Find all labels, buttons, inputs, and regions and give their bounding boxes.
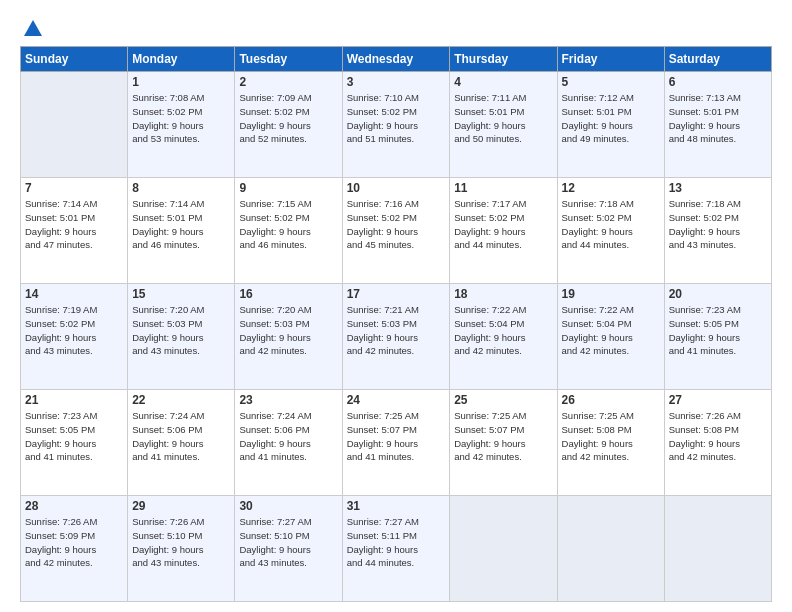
calendar-cell — [664, 496, 771, 602]
day-number: 1 — [132, 75, 230, 89]
calendar-cell: 9Sunrise: 7:15 AMSunset: 5:02 PMDaylight… — [235, 178, 342, 284]
calendar-cell: 7Sunrise: 7:14 AMSunset: 5:01 PMDaylight… — [21, 178, 128, 284]
calendar-table: SundayMondayTuesdayWednesdayThursdayFrid… — [20, 46, 772, 602]
day-number: 16 — [239, 287, 337, 301]
calendar-cell: 15Sunrise: 7:20 AMSunset: 5:03 PMDayligh… — [128, 284, 235, 390]
calendar-cell: 16Sunrise: 7:20 AMSunset: 5:03 PMDayligh… — [235, 284, 342, 390]
calendar-cell: 13Sunrise: 7:18 AMSunset: 5:02 PMDayligh… — [664, 178, 771, 284]
day-number: 18 — [454, 287, 552, 301]
day-info: Sunrise: 7:27 AMSunset: 5:11 PMDaylight:… — [347, 515, 446, 570]
day-info: Sunrise: 7:26 AMSunset: 5:10 PMDaylight:… — [132, 515, 230, 570]
day-info: Sunrise: 7:23 AMSunset: 5:05 PMDaylight:… — [669, 303, 767, 358]
calendar-cell: 3Sunrise: 7:10 AMSunset: 5:02 PMDaylight… — [342, 72, 450, 178]
calendar-cell: 29Sunrise: 7:26 AMSunset: 5:10 PMDayligh… — [128, 496, 235, 602]
day-info: Sunrise: 7:20 AMSunset: 5:03 PMDaylight:… — [132, 303, 230, 358]
page: SundayMondayTuesdayWednesdayThursdayFrid… — [0, 0, 792, 612]
day-number: 6 — [669, 75, 767, 89]
day-number: 20 — [669, 287, 767, 301]
weekday-header: Tuesday — [235, 47, 342, 72]
day-info: Sunrise: 7:13 AMSunset: 5:01 PMDaylight:… — [669, 91, 767, 146]
day-number: 15 — [132, 287, 230, 301]
day-number: 2 — [239, 75, 337, 89]
day-info: Sunrise: 7:14 AMSunset: 5:01 PMDaylight:… — [132, 197, 230, 252]
day-info: Sunrise: 7:22 AMSunset: 5:04 PMDaylight:… — [454, 303, 552, 358]
calendar-cell: 25Sunrise: 7:25 AMSunset: 5:07 PMDayligh… — [450, 390, 557, 496]
day-number: 22 — [132, 393, 230, 407]
calendar-cell — [450, 496, 557, 602]
day-number: 8 — [132, 181, 230, 195]
calendar-week-row: 14Sunrise: 7:19 AMSunset: 5:02 PMDayligh… — [21, 284, 772, 390]
day-info: Sunrise: 7:27 AMSunset: 5:10 PMDaylight:… — [239, 515, 337, 570]
calendar-cell: 22Sunrise: 7:24 AMSunset: 5:06 PMDayligh… — [128, 390, 235, 496]
day-number: 12 — [562, 181, 660, 195]
day-number: 11 — [454, 181, 552, 195]
day-number: 21 — [25, 393, 123, 407]
day-number: 23 — [239, 393, 337, 407]
day-number: 4 — [454, 75, 552, 89]
day-info: Sunrise: 7:12 AMSunset: 5:01 PMDaylight:… — [562, 91, 660, 146]
day-info: Sunrise: 7:09 AMSunset: 5:02 PMDaylight:… — [239, 91, 337, 146]
calendar-cell: 27Sunrise: 7:26 AMSunset: 5:08 PMDayligh… — [664, 390, 771, 496]
day-info: Sunrise: 7:18 AMSunset: 5:02 PMDaylight:… — [669, 197, 767, 252]
day-number: 30 — [239, 499, 337, 513]
day-number: 10 — [347, 181, 446, 195]
svg-marker-0 — [24, 20, 42, 36]
weekday-header: Monday — [128, 47, 235, 72]
day-info: Sunrise: 7:22 AMSunset: 5:04 PMDaylight:… — [562, 303, 660, 358]
day-number: 3 — [347, 75, 446, 89]
day-info: Sunrise: 7:16 AMSunset: 5:02 PMDaylight:… — [347, 197, 446, 252]
day-info: Sunrise: 7:19 AMSunset: 5:02 PMDaylight:… — [25, 303, 123, 358]
day-info: Sunrise: 7:20 AMSunset: 5:03 PMDaylight:… — [239, 303, 337, 358]
header — [20, 18, 772, 36]
weekday-header: Sunday — [21, 47, 128, 72]
calendar-cell: 24Sunrise: 7:25 AMSunset: 5:07 PMDayligh… — [342, 390, 450, 496]
day-number: 14 — [25, 287, 123, 301]
day-number: 29 — [132, 499, 230, 513]
calendar-cell — [557, 496, 664, 602]
day-info: Sunrise: 7:25 AMSunset: 5:08 PMDaylight:… — [562, 409, 660, 464]
calendar-cell: 30Sunrise: 7:27 AMSunset: 5:10 PMDayligh… — [235, 496, 342, 602]
day-info: Sunrise: 7:26 AMSunset: 5:09 PMDaylight:… — [25, 515, 123, 570]
day-info: Sunrise: 7:24 AMSunset: 5:06 PMDaylight:… — [132, 409, 230, 464]
day-info: Sunrise: 7:17 AMSunset: 5:02 PMDaylight:… — [454, 197, 552, 252]
logo — [20, 18, 44, 36]
day-info: Sunrise: 7:15 AMSunset: 5:02 PMDaylight:… — [239, 197, 337, 252]
calendar-cell: 4Sunrise: 7:11 AMSunset: 5:01 PMDaylight… — [450, 72, 557, 178]
calendar-header-row: SundayMondayTuesdayWednesdayThursdayFrid… — [21, 47, 772, 72]
day-info: Sunrise: 7:14 AMSunset: 5:01 PMDaylight:… — [25, 197, 123, 252]
calendar-week-row: 28Sunrise: 7:26 AMSunset: 5:09 PMDayligh… — [21, 496, 772, 602]
calendar-cell: 5Sunrise: 7:12 AMSunset: 5:01 PMDaylight… — [557, 72, 664, 178]
day-info: Sunrise: 7:23 AMSunset: 5:05 PMDaylight:… — [25, 409, 123, 464]
calendar-cell: 11Sunrise: 7:17 AMSunset: 5:02 PMDayligh… — [450, 178, 557, 284]
day-info: Sunrise: 7:10 AMSunset: 5:02 PMDaylight:… — [347, 91, 446, 146]
calendar-cell: 28Sunrise: 7:26 AMSunset: 5:09 PMDayligh… — [21, 496, 128, 602]
calendar-week-row: 21Sunrise: 7:23 AMSunset: 5:05 PMDayligh… — [21, 390, 772, 496]
weekday-header: Saturday — [664, 47, 771, 72]
weekday-header: Wednesday — [342, 47, 450, 72]
weekday-header: Friday — [557, 47, 664, 72]
day-number: 26 — [562, 393, 660, 407]
day-number: 5 — [562, 75, 660, 89]
calendar-cell: 1Sunrise: 7:08 AMSunset: 5:02 PMDaylight… — [128, 72, 235, 178]
day-number: 25 — [454, 393, 552, 407]
day-info: Sunrise: 7:21 AMSunset: 5:03 PMDaylight:… — [347, 303, 446, 358]
calendar-cell: 31Sunrise: 7:27 AMSunset: 5:11 PMDayligh… — [342, 496, 450, 602]
calendar-cell: 12Sunrise: 7:18 AMSunset: 5:02 PMDayligh… — [557, 178, 664, 284]
calendar-cell: 10Sunrise: 7:16 AMSunset: 5:02 PMDayligh… — [342, 178, 450, 284]
weekday-header: Thursday — [450, 47, 557, 72]
calendar-cell: 21Sunrise: 7:23 AMSunset: 5:05 PMDayligh… — [21, 390, 128, 496]
calendar-cell: 26Sunrise: 7:25 AMSunset: 5:08 PMDayligh… — [557, 390, 664, 496]
calendar-week-row: 1Sunrise: 7:08 AMSunset: 5:02 PMDaylight… — [21, 72, 772, 178]
day-info: Sunrise: 7:08 AMSunset: 5:02 PMDaylight:… — [132, 91, 230, 146]
calendar-cell: 19Sunrise: 7:22 AMSunset: 5:04 PMDayligh… — [557, 284, 664, 390]
day-info: Sunrise: 7:24 AMSunset: 5:06 PMDaylight:… — [239, 409, 337, 464]
day-number: 7 — [25, 181, 123, 195]
day-info: Sunrise: 7:11 AMSunset: 5:01 PMDaylight:… — [454, 91, 552, 146]
calendar-cell: 14Sunrise: 7:19 AMSunset: 5:02 PMDayligh… — [21, 284, 128, 390]
day-info: Sunrise: 7:26 AMSunset: 5:08 PMDaylight:… — [669, 409, 767, 464]
day-number: 24 — [347, 393, 446, 407]
day-number: 28 — [25, 499, 123, 513]
day-number: 17 — [347, 287, 446, 301]
day-number: 9 — [239, 181, 337, 195]
calendar-cell: 6Sunrise: 7:13 AMSunset: 5:01 PMDaylight… — [664, 72, 771, 178]
